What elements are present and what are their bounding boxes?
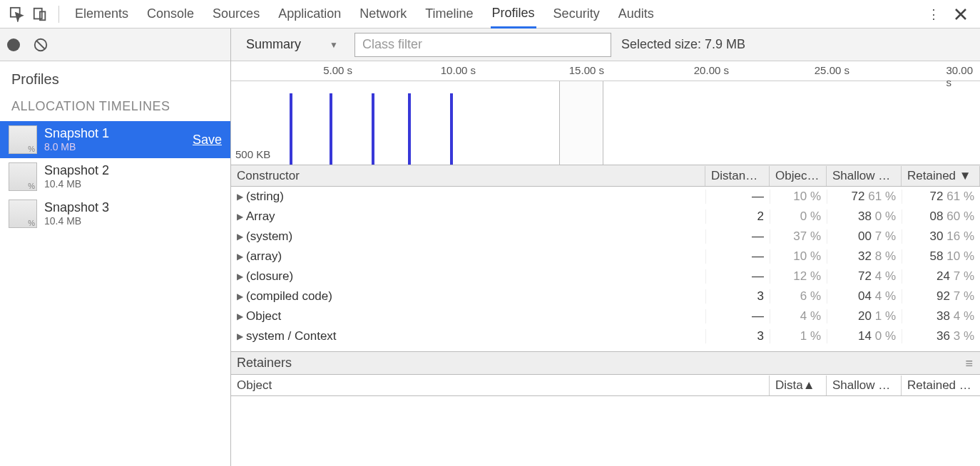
constructors-rows: ▶(string)—10 %72 61 %72 61 %▶Array20 %38… [231,187,980,352]
alloc-bar [450,93,453,165]
table-row[interactable]: ▶Object—4 %20 1 %38 4 % [231,306,980,326]
snapshot-meta: 8.0 MB [44,141,109,153]
expand-caret-icon[interactable]: ▶ [237,192,243,202]
view-dropdown-label: Summary [246,37,301,52]
retainers-columns: Object Dista▲ Shallow … Retained … [231,375,980,396]
objects-cell: 12 % [770,269,827,284]
tab-sources[interactable]: Sources [211,1,261,27]
time-tick: 15.00 s [569,64,604,76]
device-toggle-icon[interactable] [29,4,51,24]
constructor-name: system / Context [246,329,337,343]
tab-network[interactable]: Network [358,1,408,27]
constructor-name: (array) [246,249,282,264]
retained-cell: 36 3 % [902,329,980,343]
timeline-selection[interactable] [559,81,603,165]
snapshot-name: Snapshot 3 [44,200,109,216]
tab-application[interactable]: Application [277,1,342,27]
retained-cell: 92 7 % [902,289,980,304]
view-dropdown[interactable]: Summary ▼ [240,33,344,56]
retain-col-shallow[interactable]: Shallow … [827,376,902,395]
shallow-cell: 14 0 % [827,329,902,343]
snapshot-icon [9,200,37,228]
alloc-bar [372,93,374,165]
distance-cell: 2 [705,209,770,224]
distance-cell: — [705,309,770,323]
inspect-icon[interactable] [6,4,29,24]
retainers-body [231,396,980,466]
svg-rect-1 [34,8,42,19]
tab-timeline[interactable]: Timeline [424,1,474,27]
separator [58,6,59,23]
retain-col-distance[interactable]: Dista▲ [770,376,827,395]
devtools-top-bar: Elements Console Sources Application Net… [0,0,980,29]
profile-toolbar: Summary ▼ Selected size: 7.9 MB [231,29,980,61]
more-menu-icon[interactable]: ⋮ [920,4,947,25]
retained-cell: 08 60 % [902,209,980,224]
constructor-name: Object [246,309,281,323]
snapshot-icon [9,162,37,191]
close-icon[interactable] [947,5,974,24]
table-row[interactable]: ▶(array)—10 %32 8 %58 10 % [231,247,980,266]
expand-caret-icon[interactable]: ▶ [237,311,243,321]
table-row[interactable]: ▶Array20 %38 0 %08 60 % [231,207,980,227]
col-shallow[interactable]: Shallow … [827,166,902,186]
table-row[interactable]: ▶system / Context31 %14 0 %36 3 % [231,326,980,346]
tab-profiles[interactable]: Profiles [491,0,536,29]
retained-cell: 30 16 % [902,229,980,244]
objects-cell: 37 % [770,229,827,244]
objects-cell: 0 % [770,209,827,224]
distance-cell: — [705,249,770,264]
snapshot-item[interactable]: Snapshot 3 10.4 MB [0,195,230,232]
time-tick: 25.00 s [815,64,849,76]
record-button[interactable] [7,38,20,51]
shallow-cell: 04 4 % [827,289,902,304]
col-constructor[interactable]: Constructor [231,166,705,186]
expand-caret-icon[interactable]: ▶ [237,252,243,262]
shallow-cell: 00 7 % [827,229,902,244]
distance-cell: — [705,229,770,244]
table-row[interactable]: ▶(closure)—12 %72 4 %24 7 % [231,266,980,286]
expand-caret-icon[interactable]: ▶ [237,232,243,242]
snapshot-item[interactable]: Snapshot 2 10.4 MB [0,158,230,195]
table-row[interactable]: ▶(string)—10 %72 61 %72 61 % [231,187,980,207]
snapshot-name: Snapshot 2 [44,163,109,179]
time-tick: 20.00 s [694,64,729,76]
shallow-cell: 72 61 % [827,190,902,204]
expand-caret-icon[interactable]: ▶ [237,291,243,301]
retain-col-object[interactable]: Object [231,376,770,395]
constructor-name: (closure) [246,269,293,284]
snapshot-save-link[interactable]: Save [193,133,222,147]
retained-cell: 24 7 % [902,269,980,284]
retainers-header: Retainers ≡ [231,352,980,375]
expand-caret-icon[interactable]: ▶ [237,212,243,222]
objects-cell: 1 % [770,329,827,343]
distance-cell: — [705,269,770,284]
table-row[interactable]: ▶(compiled code)36 %04 4 %92 7 % [231,286,980,306]
table-row[interactable]: ▶(system)—37 %00 7 %30 16 % [231,227,980,247]
time-ruler: 5.00 s 10.00 s 15.00 s 20.00 s 25.00 s 3… [231,61,980,81]
tab-security[interactable]: Security [552,1,601,27]
retained-cell: 38 4 % [902,309,980,323]
expand-caret-icon[interactable]: ▶ [237,331,243,341]
constructor-name: (system) [246,229,292,244]
alloc-bar [290,93,292,165]
hamburger-icon[interactable]: ≡ [965,356,973,371]
col-retained[interactable]: Retained ▼ [902,166,980,186]
shallow-cell: 20 1 % [827,309,902,323]
tab-audits[interactable]: Audits [617,1,655,27]
time-tick: 5.00 s [323,64,352,76]
tab-console[interactable]: Console [146,1,195,27]
retained-cell: 58 10 % [902,249,980,264]
retain-col-retained[interactable]: Retained … [902,376,980,395]
snapshot-meta: 10.4 MB [44,178,109,190]
tab-elements[interactable]: Elements [73,1,130,27]
selected-size-label: Selected size: 7.9 MB [621,37,745,52]
col-objects[interactable]: Objec… [770,166,827,186]
y-axis-label: 500 KB [235,148,270,160]
class-filter-input[interactable] [354,33,611,57]
allocation-timeline[interactable]: 5.00 s 10.00 s 15.00 s 20.00 s 25.00 s 3… [231,61,980,165]
clear-icon[interactable] [33,37,49,53]
col-distance[interactable]: Distan… [705,166,770,186]
expand-caret-icon[interactable]: ▶ [237,271,243,281]
snapshot-item[interactable]: Snapshot 1 8.0 MB Save [0,121,230,158]
